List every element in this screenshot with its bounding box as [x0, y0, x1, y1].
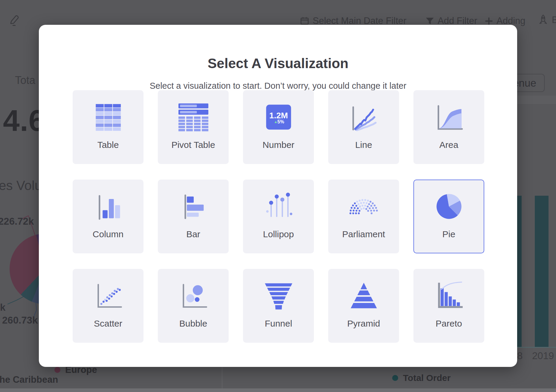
viz-tile-label: Area: [414, 140, 484, 150]
viz-tile-label: Parliament: [329, 229, 398, 239]
viz-tile-parliament[interactable]: Parliament: [328, 180, 399, 253]
pie-slice-label: 226.72k: [0, 216, 34, 227]
legend-label: Total Order: [403, 373, 450, 383]
viz-tile-pareto[interactable]: Pareto: [413, 269, 484, 343]
column-chart-icon: [93, 192, 123, 221]
build-label-fragment: B: [552, 15, 556, 25]
visualization-grid: Table Pivot Table: [73, 90, 484, 343]
viz-tile-funnel[interactable]: Funnel: [243, 269, 314, 343]
scatter-chart-icon: [93, 281, 123, 311]
bubble-chart-icon: [178, 281, 208, 311]
viz-tile-label: Pivot Table: [158, 140, 228, 150]
modal-subtitle: Select a visualization to start. Don’t w…: [39, 81, 517, 91]
viz-tile-lollipop[interactable]: Lollipop: [243, 180, 314, 253]
funnel-chart-icon: [264, 281, 294, 311]
viz-tile-label: Funnel: [244, 318, 313, 329]
viz-tile-bubble[interactable]: Bubble: [158, 269, 229, 343]
pie-chart-icon: [434, 192, 464, 221]
parliament-chart-icon: [349, 192, 379, 221]
pareto-chart-icon: [434, 281, 464, 311]
viz-tile-area[interactable]: Area: [413, 90, 484, 164]
viz-tile-pie[interactable]: Pie: [413, 180, 484, 253]
legend-dot: [392, 375, 398, 381]
edit-pencil-icon[interactable]: [8, 14, 20, 27]
viz-tile-label: Table: [73, 140, 143, 150]
bottom-strip: [0, 388, 556, 392]
viz-tile-label: Pareto: [414, 318, 484, 329]
viz-tile-label: Column: [73, 229, 143, 239]
viz-tile-label: Bubble: [158, 318, 228, 329]
calendar-icon: [300, 16, 309, 25]
viz-tile-label: Pyramid: [329, 318, 398, 329]
legend-label: he Caribbean: [0, 374, 58, 385]
pivot-table-icon: [178, 102, 208, 132]
viz-tile-pyramid[interactable]: Pyramid: [328, 269, 399, 343]
viz-tile-bar[interactable]: Bar: [158, 180, 229, 253]
table-chart-icon: [93, 102, 123, 132]
x-tick-2019: 2019: [532, 350, 554, 362]
viz-tile-label: Scatter: [73, 318, 143, 329]
pie-slice-label: k: [0, 302, 5, 313]
viz-tile-label: Pie: [414, 229, 484, 239]
x-tick-2018-fragment: 8: [517, 350, 523, 362]
legend-item-total-order[interactable]: Total Order: [392, 373, 450, 383]
viz-tile-table[interactable]: Table: [73, 90, 143, 164]
right-panel-band: [517, 96, 556, 104]
viz-tile-number[interactable]: 1.2M 5% Number: [243, 90, 314, 164]
bar-2019: [535, 196, 549, 347]
select-visualization-modal: Select A Visualization Select a visualiz…: [39, 25, 517, 367]
viz-tile-label: Lollipop: [244, 229, 313, 239]
area-chart-icon: [434, 102, 464, 132]
modal-title: Select A Visualization: [39, 55, 517, 71]
number-kpi-icon: 1.2M 5%: [264, 102, 294, 132]
bar-chart-icon: [178, 192, 208, 221]
viz-tile-label: Line: [329, 140, 398, 150]
legend-item-caribbean[interactable]: he Caribbean: [0, 374, 58, 385]
plus-icon: [485, 17, 493, 25]
line-chart-icon: [349, 102, 379, 132]
viz-tile-label: Bar: [158, 229, 228, 239]
viz-tile-scatter[interactable]: Scatter: [73, 269, 143, 343]
rocket-icon: [538, 14, 548, 25]
dashboard-screen: Select Main Date Filter Add Filter Addin…: [0, 0, 556, 392]
filter-funnel-icon: [426, 17, 434, 25]
viz-tile-pivot-table[interactable]: Pivot Table: [158, 90, 229, 164]
build-button[interactable]: B: [538, 14, 556, 25]
lollipop-chart-icon: [264, 192, 294, 221]
viz-tile-label: Number: [244, 140, 313, 150]
number-icon-delta: 5%: [277, 119, 284, 124]
pie-slice-label: 260.73k: [2, 315, 38, 326]
number-icon-value: 1.2M: [269, 111, 288, 120]
kpi-title-fragment: Tota: [15, 74, 35, 87]
viz-tile-column[interactable]: Column: [73, 180, 143, 253]
legend-dot: [54, 367, 60, 373]
pyramid-chart-icon: [349, 281, 379, 311]
viz-tile-line[interactable]: Line: [328, 90, 399, 164]
